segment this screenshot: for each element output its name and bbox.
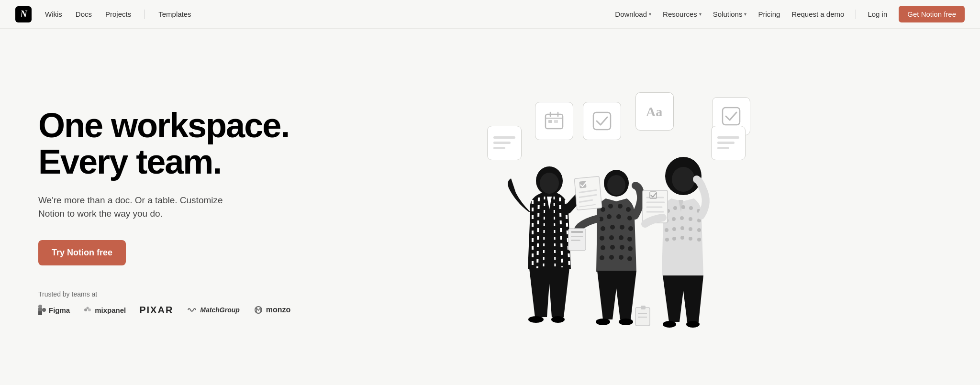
nav-pricing[interactable]: Pricing: [758, 10, 780, 18]
svg-point-60: [672, 167, 695, 192]
nav-request-demo[interactable]: Request a demo: [791, 10, 844, 18]
logo-pixar: PIXAR: [139, 305, 173, 316]
logo-matchgroup: MatchGroup: [187, 306, 239, 314]
mixpanel-label: mixpanel: [95, 306, 126, 314]
nav-cta-button[interactable]: Get Notion free: [899, 6, 965, 22]
svg-rect-58: [571, 240, 580, 241]
svg-point-6: [87, 307, 89, 309]
trusted-label: Trusted by teams at: [38, 290, 290, 298]
svg-point-75: [697, 228, 701, 232]
svg-point-35: [616, 214, 621, 219]
svg-point-28: [607, 175, 625, 195]
chevron-down-icon: ▾: [744, 11, 746, 17]
svg-point-48: [628, 246, 633, 251]
figma-icon: [38, 305, 46, 315]
svg-point-46: [610, 245, 615, 250]
svg-point-72: [672, 227, 676, 231]
svg-point-26: [551, 316, 565, 323]
svg-point-68: [680, 216, 684, 220]
svg-rect-1: [38, 308, 42, 312]
svg-point-81: [663, 321, 676, 328]
svg-point-76: [665, 238, 669, 242]
svg-point-64: [689, 206, 693, 210]
hero-title-line1: One workspace.: [38, 106, 289, 144]
svg-point-44: [627, 237, 632, 242]
typography-icon: Aa: [644, 101, 665, 122]
hero-left: One workspace. Every team. We're more th…: [38, 108, 290, 315]
svg-point-31: [618, 204, 623, 209]
hero-section: One workspace. Every team. We're more th…: [0, 29, 980, 385]
nav-divider-1: [145, 10, 145, 19]
svg-point-63: [681, 205, 685, 209]
svg-rect-90: [641, 306, 646, 309]
checkmark-icon: [721, 106, 742, 127]
logo-letter: N: [20, 9, 26, 20]
logo-figma: Figma: [38, 305, 70, 315]
chevron-down-icon: ▾: [649, 11, 651, 17]
nav-right: Download ▾ Resources ▾ Solutions ▾ Prici…: [615, 6, 965, 22]
notion-logo[interactable]: N: [15, 6, 32, 22]
logo-monzo: monzo: [253, 306, 291, 314]
svg-point-53: [596, 319, 610, 325]
svg-point-49: [600, 255, 604, 260]
nav-download[interactable]: Download ▾: [615, 10, 651, 18]
svg-point-40: [628, 226, 633, 231]
svg-point-37: [601, 226, 605, 231]
svg-point-62: [673, 206, 677, 210]
svg-point-51: [619, 255, 624, 260]
svg-rect-12: [548, 120, 552, 123]
svg-point-25: [528, 316, 544, 323]
matchgroup-label: MatchGroup: [200, 306, 239, 314]
checkbox-icon: [591, 110, 612, 132]
svg-point-42: [609, 235, 614, 240]
svg-point-38: [610, 225, 615, 230]
hero-title: One workspace. Every team.: [38, 108, 290, 180]
svg-point-47: [620, 245, 624, 250]
nav-resources-label: Resources: [663, 10, 697, 18]
svg-point-67: [672, 217, 676, 221]
svg-rect-56: [571, 231, 583, 233]
svg-rect-13: [554, 120, 558, 123]
trusted-section: Trusted by teams at Figma: [38, 290, 290, 316]
svg-text:Aa: Aa: [646, 104, 662, 119]
mixpanel-icon: [83, 306, 92, 314]
hero-right: Aa: [290, 88, 942, 336]
svg-point-43: [619, 235, 624, 240]
svg-rect-57: [571, 236, 583, 237]
svg-point-18: [540, 173, 559, 194]
hero-subtitle: We're more than a doc. Or a table. Custo…: [38, 194, 249, 221]
figma-label: Figma: [49, 306, 70, 314]
pixar-label: PIXAR: [139, 305, 173, 316]
trusted-logos: Figma mixpanel PIXAR: [38, 305, 290, 316]
svg-rect-93: [574, 176, 602, 209]
svg-rect-14: [593, 112, 611, 130]
nav-templates[interactable]: Templates: [158, 10, 191, 18]
people-illustration: [501, 135, 731, 336]
nav-wikis[interactable]: Wikis: [45, 10, 62, 18]
calendar-icon: [544, 110, 565, 132]
svg-rect-0: [38, 305, 42, 308]
svg-point-80: [697, 238, 701, 242]
logo-mixpanel: mixpanel: [83, 306, 126, 314]
svg-point-30: [608, 204, 613, 209]
svg-point-78: [680, 236, 684, 240]
nav-resources[interactable]: Resources ▾: [663, 10, 702, 18]
svg-point-71: [665, 228, 668, 232]
nav-login[interactable]: Log in: [868, 10, 887, 18]
svg-point-32: [626, 207, 631, 212]
nav-projects[interactable]: Projects: [105, 10, 131, 18]
illustration-container: Aa: [478, 88, 755, 336]
nav-docs[interactable]: Docs: [76, 10, 92, 18]
nav-solutions[interactable]: Solutions ▾: [713, 10, 747, 18]
svg-point-39: [620, 225, 624, 230]
person-right: [635, 157, 706, 328]
svg-point-5: [88, 308, 91, 311]
svg-point-50: [609, 255, 614, 260]
svg-point-73: [680, 226, 684, 230]
hero-cta-button[interactable]: Try Notion free: [38, 240, 126, 265]
svg-rect-3: [38, 311, 42, 315]
svg-point-52: [627, 256, 632, 261]
svg-rect-16: [723, 108, 740, 125]
svg-point-69: [689, 217, 692, 221]
nav-download-label: Download: [615, 10, 647, 18]
